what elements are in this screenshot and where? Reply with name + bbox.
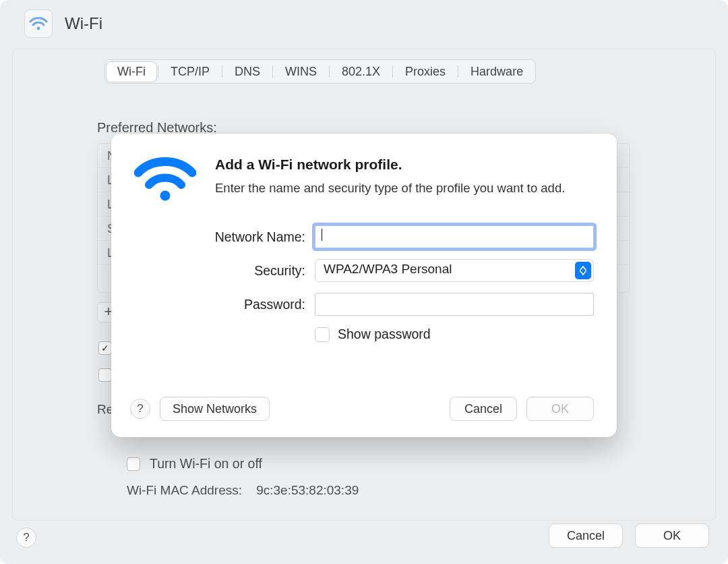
sheet-footer: ? Show Networks Cancel OK [130,397,594,421]
sheet-title: Add a Wi-Fi network profile. [215,157,565,173]
security-label: Security: [134,263,315,279]
chevron-updown-icon [575,262,591,279]
password-input[interactable] [315,293,594,316]
sheet-cancel-button[interactable]: Cancel [450,397,517,421]
show-networks-button[interactable]: Show Networks [160,397,270,421]
wifi-icon [134,152,196,205]
network-name-input[interactable] [315,225,594,248]
sheet-ok-button[interactable]: OK [526,397,594,421]
show-password-label: Show password [338,327,431,342]
password-label: Password: [134,297,315,312]
sheet-description: Enter the name and security type of the … [215,179,565,198]
security-value: WPA2/WPA3 Personal [315,259,594,282]
show-password-checkbox[interactable] [315,327,330,342]
add-wifi-sheet: Add a Wi-Fi network profile. Enter the n… [111,134,617,437]
security-select[interactable]: WPA2/WPA3 Personal [315,259,594,282]
sheet-form: Network Name: Security: WPA2/WPA3 Person… [134,225,594,342]
svg-point-1 [160,191,171,201]
network-name-label: Network Name: [134,229,315,245]
sheet-help-button[interactable]: ? [130,399,150,419]
